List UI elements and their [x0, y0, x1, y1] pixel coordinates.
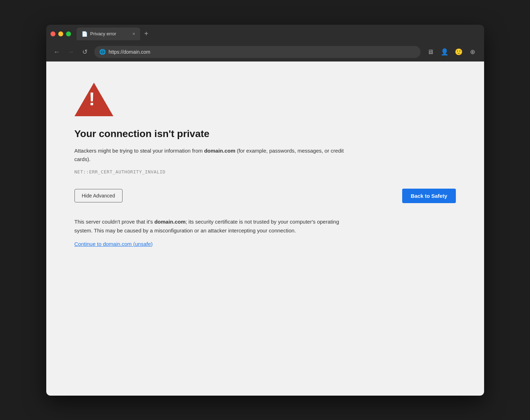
- tab-close-button[interactable]: ×: [132, 31, 135, 36]
- active-tab[interactable]: 📄 Privacy error ×: [77, 28, 140, 40]
- error-title: Your connection isn't private: [75, 128, 456, 140]
- advanced-text: This server couldn't prove that it's dom…: [75, 217, 357, 235]
- warning-triangle-icon: [75, 83, 113, 116]
- cast-icon[interactable]: 🖥: [425, 46, 436, 58]
- advanced-domain: domain.com: [154, 219, 185, 225]
- tab-icon: 📄: [82, 31, 88, 37]
- new-tab-button[interactable]: +: [142, 28, 151, 39]
- back-to-safety-button[interactable]: Back to Safety: [402, 189, 455, 203]
- error-description: Attackers might be trying to steal your …: [75, 147, 357, 164]
- forward-button[interactable]: →: [66, 47, 76, 57]
- tab-title: Privacy error: [90, 31, 117, 36]
- title-bar: 📄 Privacy error × +: [46, 25, 484, 43]
- warning-icon-container: [75, 83, 456, 118]
- globe-icon: 🌐: [99, 49, 106, 55]
- menu-icon[interactable]: ⊕: [467, 46, 478, 58]
- browser-window: 📄 Privacy error × + ← → ↺ 🌐 https://doma…: [46, 25, 484, 396]
- nav-bar: ← → ↺ 🌐 https://domain.com 🖥 👤 🙂 ⊕: [46, 43, 484, 61]
- nav-actions: 🖥 👤 🙂 ⊕: [425, 46, 478, 58]
- address-bar[interactable]: 🌐 https://domain.com: [94, 46, 421, 58]
- continue-unsafe-link[interactable]: Continue to domain.com (unsafe): [75, 241, 153, 247]
- emoji-icon[interactable]: 🙂: [453, 46, 464, 58]
- description-text-part1: Attackers might be trying to steal your …: [75, 148, 204, 154]
- button-row: Hide Advanced Back to Safety: [75, 189, 456, 203]
- tab-bar: 📄 Privacy error × +: [77, 28, 480, 40]
- advanced-text-part1: This server couldn't prove that it's: [75, 219, 155, 225]
- page-content: Your connection isn't private Attackers …: [46, 61, 484, 396]
- url-text: https://domain.com: [109, 49, 150, 55]
- traffic-lights: [50, 31, 71, 36]
- description-domain: domain.com: [204, 148, 235, 154]
- close-button[interactable]: [50, 31, 55, 36]
- minimize-button[interactable]: [58, 31, 63, 36]
- hide-advanced-button[interactable]: Hide Advanced: [75, 189, 123, 202]
- back-button[interactable]: ←: [52, 47, 62, 57]
- reload-button[interactable]: ↺: [80, 47, 90, 57]
- maximize-button[interactable]: [66, 31, 71, 36]
- error-code: NET::ERR_CERT_AUTHORITY_INVALID: [75, 169, 456, 174]
- profile-icon[interactable]: 👤: [439, 46, 450, 58]
